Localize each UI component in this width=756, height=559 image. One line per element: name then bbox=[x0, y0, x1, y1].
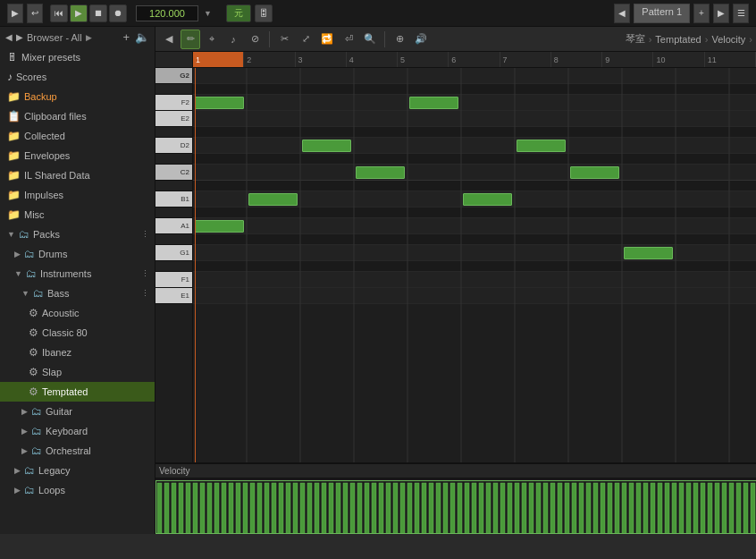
piano-roll-main: G2 F2 E2 D2 C2 B1 A1 G1 bbox=[155, 52, 756, 462]
breadcrumb-item2[interactable]: Temptated bbox=[655, 34, 701, 45]
note-c2-8[interactable] bbox=[570, 166, 619, 179]
key-e2[interactable]: E2 bbox=[155, 111, 192, 127]
sidebar-item-clipboard[interactable]: 📋 Clipboard files bbox=[0, 106, 155, 126]
note-f2-5[interactable] bbox=[409, 97, 458, 109]
note-b1-2[interactable] bbox=[248, 193, 298, 206]
sidebar-item-keyboard[interactable]: ▶ 🗂 Keyboard bbox=[0, 421, 155, 441]
pr-eraser-btn[interactable]: ⊘ bbox=[245, 30, 265, 49]
key-eb2[interactable] bbox=[155, 127, 192, 138]
record-btn[interactable]: ⏺ bbox=[109, 4, 127, 22]
velocity-body[interactable] bbox=[155, 479, 756, 534]
pattern-add[interactable]: + bbox=[693, 4, 710, 23]
key-b1[interactable]: B1 bbox=[155, 191, 192, 208]
sidebar-item-classic80[interactable]: ⚙ Classic 80 bbox=[0, 323, 155, 343]
sidebar-item-ibanez[interactable]: ⚙ Ibanez bbox=[0, 343, 155, 362]
sidebar-item-legacy[interactable]: ▶ 🗂 Legacy bbox=[0, 461, 155, 480]
prev-btn[interactable]: ⏮ bbox=[50, 4, 68, 22]
sidebar-item-acoustic[interactable]: ⚙ Acoustic bbox=[0, 303, 155, 323]
sidebar-item-bass[interactable]: ▼ 🗂 Bass ⋮ bbox=[0, 284, 155, 303]
row-g2 bbox=[193, 68, 756, 84]
sidebar-item-scores[interactable]: ♪ Scores bbox=[0, 67, 155, 87]
ibanez-preset-icon: ⚙ bbox=[29, 346, 38, 359]
breadcrumb-item1[interactable]: 琴室 bbox=[626, 32, 645, 46]
key-ab1[interactable] bbox=[155, 234, 192, 245]
key-f1[interactable]: F1 bbox=[155, 272, 192, 288]
sidebar-item-packs[interactable]: ▼ 🗂 Packs ⋮ bbox=[0, 224, 155, 244]
pr-select-btn[interactable]: ⌖ bbox=[202, 30, 222, 49]
bpm-display[interactable]: 120.000 bbox=[136, 5, 198, 21]
note-c2-4[interactable] bbox=[356, 166, 405, 179]
sidebar-item-misc[interactable]: 📁 Misc bbox=[0, 205, 155, 224]
sync-btn[interactable]: 元 bbox=[226, 4, 251, 22]
pr-back-btn[interactable]: ◀ bbox=[159, 30, 179, 49]
svg-rect-41 bbox=[372, 483, 376, 534]
il-shared-folder-icon: 📁 bbox=[7, 169, 21, 182]
sidebar-forward[interactable]: ▶ bbox=[16, 32, 23, 42]
pattern-nav-right[interactable]: ▶ bbox=[713, 4, 729, 23]
sidebar-label: Misc bbox=[24, 209, 45, 220]
sidebar-item-instruments[interactable]: ▼ 🗂 Instruments ⋮ bbox=[0, 264, 155, 284]
key-f2[interactable]: F2 bbox=[155, 95, 192, 111]
key-c2[interactable]: C2 bbox=[155, 165, 192, 181]
pattern-nav-left[interactable]: ◀ bbox=[614, 4, 630, 23]
note-grid[interactable]: 1 2 3 4 5 6 7 8 9 10 11 bbox=[193, 52, 756, 462]
sidebar-item-mixer-presets[interactable]: 🎚 Mixer presets bbox=[0, 47, 155, 67]
svg-rect-33 bbox=[315, 483, 319, 534]
key-e1[interactable]: E1 bbox=[155, 288, 192, 304]
sidebar-item-collected[interactable]: 📁 Collected bbox=[0, 126, 155, 146]
key-a1[interactable]: A1 bbox=[155, 218, 192, 234]
pr-tool5[interactable]: 🔍 bbox=[360, 30, 380, 49]
play-btn[interactable]: ▶ bbox=[70, 4, 88, 22]
key-g1[interactable]: G1 bbox=[155, 245, 192, 261]
breadcrumb-item3[interactable]: Velocity bbox=[711, 34, 745, 45]
add-folder-icon[interactable]: + bbox=[122, 30, 130, 44]
sidebar-item-loops[interactable]: ▶ 🗂 Loops bbox=[0, 480, 155, 500]
key-cs2[interactable] bbox=[155, 154, 192, 165]
sidebar-item-orchestral[interactable]: ▶ 🗂 Orchestral bbox=[0, 441, 155, 461]
key-d2[interactable]: D2 bbox=[155, 138, 192, 154]
row-cs2 bbox=[193, 154, 756, 165]
pr-detuned-btn[interactable]: ♪ bbox=[223, 30, 243, 49]
key-b1b[interactable] bbox=[155, 181, 192, 191]
sidebar-item-il-shared[interactable]: 📁 IL Shared Data bbox=[0, 165, 155, 185]
mixer-btn[interactable]: 🎛 bbox=[255, 4, 273, 22]
undo-btn[interactable]: ↩ bbox=[27, 4, 43, 23]
sidebar-item-temptated[interactable]: ⚙ Temptated bbox=[0, 382, 155, 402]
sidebar-item-envelopes[interactable]: 📁 Envelopes bbox=[0, 146, 155, 165]
note-d2-7[interactable] bbox=[517, 140, 566, 152]
key-fs1[interactable] bbox=[155, 261, 192, 272]
pattern-name[interactable]: Pattern 1 bbox=[634, 4, 690, 23]
pr-tool2[interactable]: ⤢ bbox=[296, 30, 315, 49]
row-fs1 bbox=[193, 261, 756, 272]
transport-bar: ▶ ↩ ⏮ ▶ ⏹ ⏺ 120.000 ▼ 元 🎛 ◀ Pattern 1 + … bbox=[0, 0, 756, 27]
pr-tool4[interactable]: ⏎ bbox=[339, 30, 358, 49]
nav-left-btn[interactable]: ▶ bbox=[7, 4, 23, 23]
row-ab1 bbox=[193, 234, 756, 245]
pr-tool3[interactable]: 🔁 bbox=[317, 30, 337, 49]
svg-rect-65 bbox=[543, 483, 548, 534]
sidebar-back[interactable]: ◀ bbox=[5, 32, 13, 42]
piano-keys[interactable]: G2 F2 E2 D2 C2 B1 A1 G1 bbox=[155, 68, 193, 462]
sidebar-item-guitar[interactable]: ▶ 🗂 Guitar bbox=[0, 402, 155, 421]
note-a1-1[interactable] bbox=[195, 220, 244, 233]
stop-btn[interactable]: ⏹ bbox=[89, 4, 107, 22]
sidebar-item-drums[interactable]: ▶ 🗂 Drums bbox=[0, 244, 155, 264]
sidebar-item-backup[interactable]: 📁 Backup bbox=[0, 87, 155, 106]
sidebar-item-impulses[interactable]: 📁 Impulses bbox=[0, 185, 155, 205]
note-g1-9[interactable] bbox=[624, 247, 673, 259]
note-f2-1[interactable] bbox=[195, 97, 244, 109]
pr-tool1[interactable]: ✂ bbox=[274, 30, 294, 49]
key-g2[interactable]: G2 bbox=[155, 68, 192, 84]
pr-volume-btn[interactable]: 🔊 bbox=[411, 30, 431, 49]
key-fs2[interactable] bbox=[155, 84, 192, 95]
note-d2-3[interactable] bbox=[302, 140, 351, 152]
pattern-menu[interactable]: ☰ bbox=[733, 4, 749, 23]
speaker-icon[interactable]: 🔈 bbox=[135, 30, 149, 44]
pr-draw-btn[interactable]: ✏ bbox=[181, 30, 200, 49]
pr-tool6[interactable]: ⊕ bbox=[390, 30, 409, 49]
sidebar-item-slap[interactable]: ⚙ Slap bbox=[0, 362, 155, 382]
note-b1-6[interactable] bbox=[463, 193, 512, 206]
grid-body[interactable] bbox=[193, 68, 756, 462]
key-bb1[interactable] bbox=[155, 208, 192, 218]
sidebar-label: Envelopes bbox=[24, 150, 70, 161]
